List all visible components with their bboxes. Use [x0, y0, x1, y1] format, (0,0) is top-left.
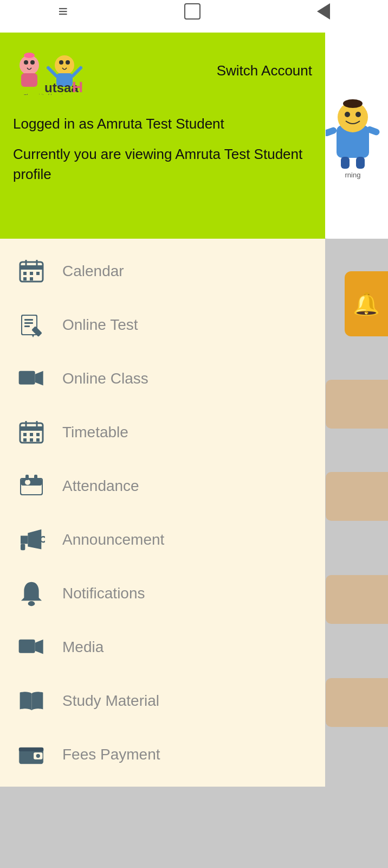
nav-back-icon[interactable]: [317, 3, 330, 20]
svg-rect-12: [326, 126, 338, 137]
online-test-label: Online Test: [62, 316, 138, 334]
switch-account-button[interactable]: Switch Account: [217, 62, 312, 79]
svg-rect-38: [23, 277, 27, 280]
notifications-bell-icon: [16, 578, 46, 608]
svg-rect-63: [25, 475, 29, 480]
right-card-1: [326, 380, 388, 429]
character-icon: [326, 93, 380, 169]
svg-point-11: [355, 112, 361, 117]
online-class-label: Online Class: [62, 370, 148, 387]
logo-container: utsaa H The spirit of learning: [13, 43, 94, 98]
right-card-2: [326, 472, 388, 521]
svg-rect-76: [18, 747, 43, 751]
drawer: utsaa H The spirit of learning Switch Ac…: [0, 33, 325, 787]
timetable-icon: [16, 417, 46, 447]
attendance-label: Attendance: [62, 477, 139, 495]
svg-rect-18: [21, 73, 37, 87]
svg-point-22: [55, 55, 74, 75]
menu-item-fees-payment[interactable]: Fees Payment: [0, 727, 325, 781]
drawer-menu: Calendar Online Test: [0, 239, 325, 787]
megaphone-icon: [16, 525, 46, 554]
right-panel-text: rning: [345, 171, 361, 179]
svg-rect-55: [36, 433, 40, 436]
svg-rect-15: [356, 157, 365, 169]
timetable-label: Timetable: [62, 424, 128, 441]
svg-marker-71: [35, 639, 43, 654]
announcement-label: Announcement: [62, 531, 164, 548]
svg-point-19: [24, 60, 28, 65]
fees-payment-label: Fees Payment: [62, 746, 160, 763]
right-logo-area: rning: [318, 33, 388, 239]
study-material-label: Study Material: [62, 692, 159, 710]
edit-icon: [16, 310, 46, 340]
menu-item-online-class[interactable]: Online Class: [0, 352, 325, 405]
svg-rect-35: [23, 272, 27, 275]
svg-point-17: [20, 55, 39, 75]
svg-rect-42: [24, 319, 33, 321]
svg-rect-61: [21, 479, 42, 486]
bottom-nav: ≡: [0, 0, 388, 33]
svg-rect-14: [341, 157, 350, 169]
svg-rect-57: [30, 438, 33, 442]
svg-marker-46: [32, 335, 34, 337]
drawer-header: utsaa H The spirit of learning Switch Ac…: [0, 33, 325, 239]
svg-rect-70: [18, 639, 35, 653]
svg-text:The spirit of learning: The spirit of learning: [24, 93, 68, 95]
svg-point-16: [343, 99, 363, 108]
media-label: Media: [62, 639, 104, 656]
svg-marker-48: [35, 371, 43, 385]
nav-menu-icon[interactable]: ≡: [58, 2, 68, 21]
wallet-icon: [16, 739, 46, 769]
svg-rect-47: [18, 371, 35, 384]
svg-rect-58: [36, 438, 40, 442]
menu-item-notifications[interactable]: Notifications: [0, 566, 325, 620]
svg-point-75: [36, 754, 40, 757]
utsaah-logo: utsaa H The spirit of learning: [13, 46, 94, 95]
svg-rect-32: [20, 265, 43, 270]
menu-item-study-material[interactable]: Study Material: [0, 674, 325, 727]
svg-point-62: [25, 480, 30, 485]
header-top: utsaa H The spirit of learning Switch Ac…: [13, 43, 312, 98]
svg-point-24: [59, 60, 63, 65]
attendance-icon: [16, 471, 46, 501]
menu-item-timetable[interactable]: Timetable: [0, 405, 325, 459]
svg-rect-54: [30, 433, 33, 436]
svg-line-26: [48, 68, 56, 76]
menu-item-announcement[interactable]: Announcement: [0, 513, 325, 566]
svg-rect-53: [23, 433, 27, 436]
right-card-3: [326, 575, 388, 624]
svg-rect-50: [20, 426, 43, 431]
media-icon: [16, 632, 46, 662]
svg-point-25: [66, 60, 70, 65]
svg-rect-39: [30, 277, 33, 280]
nav-home-icon[interactable]: [184, 3, 201, 20]
calendar-icon: [16, 256, 46, 286]
svg-point-21: [24, 53, 35, 58]
svg-marker-66: [28, 529, 41, 549]
video-icon: [16, 363, 46, 393]
menu-item-attendance[interactable]: Attendance: [0, 459, 325, 513]
notifications-label: Notifications: [62, 585, 145, 602]
svg-rect-43: [24, 322, 33, 324]
viewing-text: Currently you are viewing Amruta Test St…: [13, 144, 312, 184]
menu-item-calendar[interactable]: Calendar: [0, 244, 325, 298]
logged-in-text: Logged in as Amruta Test Student: [13, 114, 312, 133]
svg-rect-44: [24, 326, 30, 327]
calendar-label: Calendar: [62, 263, 124, 280]
svg-line-27: [73, 68, 81, 76]
svg-marker-65: [21, 535, 28, 544]
svg-rect-36: [30, 272, 33, 275]
menu-item-online-test[interactable]: Online Test: [0, 298, 325, 352]
menu-item-media[interactable]: Media: [0, 620, 325, 674]
book-icon: [16, 686, 46, 716]
right-panel: rning 🔔: [318, 33, 388, 868]
bell-button[interactable]: 🔔: [345, 271, 388, 336]
svg-point-69: [28, 601, 35, 606]
svg-rect-37: [36, 272, 40, 275]
svg-rect-56: [23, 438, 27, 442]
svg-point-20: [30, 60, 35, 65]
svg-text:H: H: [72, 79, 83, 95]
svg-point-10: [345, 112, 350, 117]
svg-rect-64: [34, 475, 37, 480]
svg-rect-67: [21, 544, 25, 550]
